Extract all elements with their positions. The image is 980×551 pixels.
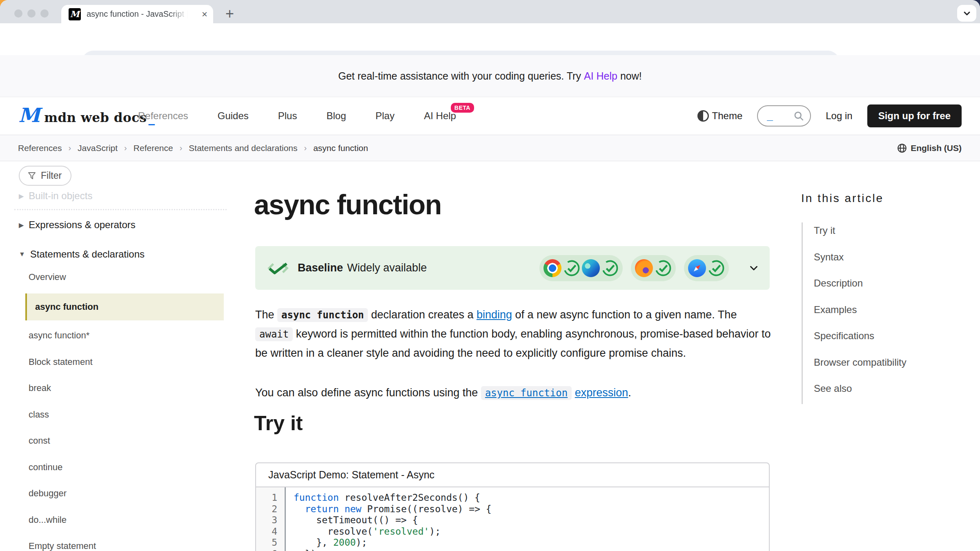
sidebar-item-empty-statement[interactable]: Empty statement [29, 540, 96, 551]
tryit-heading: Try it [254, 411, 303, 435]
nav-item-guides[interactable]: Guides [218, 110, 249, 122]
article-paragraph: The async function declaration creates a… [255, 305, 773, 362]
sidebar-section-statements[interactable]: ▼ Statements & declarations [19, 249, 145, 260]
sidebar-item-block-statement[interactable]: Block statement [29, 356, 96, 367]
promo-text-suffix: now! [620, 70, 642, 82]
check-icon [655, 260, 672, 277]
paragraph-text: of a new async function to a given name.… [512, 309, 737, 321]
toc-item-see-also[interactable]: See also [814, 383, 906, 394]
breadcrumb-item-statements-and-declarations[interactable]: Statements and declarations [189, 143, 297, 153]
chromium-support-pill [539, 255, 623, 281]
demo-code-editor[interactable]: 1function resolveAfter2Seconds() {2 retu… [256, 487, 769, 551]
mdn-logo[interactable]: M mdn web docs _ [18, 105, 155, 125]
window-zoom-button[interactable] [40, 9, 49, 18]
nav-item-references[interactable]: References [138, 110, 188, 122]
ai-help-banner-link[interactable]: AI Help [584, 70, 617, 82]
sidebar-item-overview[interactable]: Overview [29, 272, 66, 282]
sidebar-section-label: Expressions & operators [29, 219, 135, 231]
promo-banner: Get real-time assistance with your codin… [0, 55, 980, 97]
search-input[interactable]: _ [757, 105, 811, 127]
new-tab-button[interactable]: + [225, 5, 234, 22]
toc-item-description[interactable]: Description [814, 278, 906, 289]
paragraph-text: declaration creates a [368, 309, 477, 321]
sidebar-section-label: Built-in objects [29, 190, 92, 202]
browser-tab[interactable]: M async function - JavaScript | × [61, 5, 213, 23]
baseline-icon [267, 262, 289, 274]
window-close-button[interactable] [14, 9, 22, 18]
header-nav: ReferencesGuidesPlusBlogPlayAI HelpBETA [138, 97, 456, 135]
breadcrumb-separator: › [68, 143, 71, 153]
browser-toolbar: ← → developer.allizom.org/en-US/docs/Web… [0, 23, 980, 55]
nav-item-blog[interactable]: Blog [326, 110, 346, 122]
toc-item-specifications[interactable]: Specifications [814, 330, 906, 341]
breadcrumb-item-async-function[interactable]: async function [313, 143, 368, 153]
theme-switcher[interactable]: Theme [697, 110, 743, 122]
sidebar-divider [14, 209, 227, 210]
globe-icon [897, 143, 907, 153]
nav-item-ai-help[interactable]: AI HelpBETA [424, 110, 456, 122]
code-token: }); [294, 549, 322, 551]
nav-item-play[interactable]: Play [376, 110, 395, 122]
demo-title: JavaScript Demo: Statement - Async [256, 463, 769, 487]
code-link-async-function[interactable]: async function [481, 387, 572, 399]
theme-label: Theme [712, 110, 743, 122]
firefox-support-pill [631, 255, 676, 281]
sidebar-section-label: Statements & declarations [30, 249, 145, 260]
sidebar-item-debugger[interactable]: debugger [29, 488, 96, 499]
toc-item-examples[interactable]: Examples [814, 304, 906, 315]
safari-icon [688, 259, 706, 277]
tab-search-button[interactable] [957, 5, 976, 22]
code-content: }, 2000); [285, 537, 367, 549]
signup-button[interactable]: Sign up for free [867, 104, 962, 127]
expanded-triangle-icon: ▼ [19, 251, 25, 258]
mdn-logo-text: mdn web docs [44, 110, 147, 125]
interactive-demo: JavaScript Demo: Statement - Async 1func… [255, 462, 770, 551]
check-icon [708, 260, 725, 277]
sidebar-section-expressions[interactable]: ▶ Expressions & operators [19, 219, 136, 231]
text-link-binding[interactable]: binding [477, 309, 512, 321]
sidebar-item-async-function[interactable]: async function* [29, 330, 96, 341]
sidebar-item-continue[interactable]: continue [29, 462, 96, 473]
check-icon [563, 260, 580, 277]
sidebar-item-const[interactable]: const [29, 435, 96, 446]
sidebar-item-do-while[interactable]: do...while [29, 514, 96, 525]
window-minimize-button[interactable] [27, 9, 36, 18]
breadcrumb-item-javascript[interactable]: JavaScript [78, 143, 118, 153]
code-line: 2 return new Promise((resolve) => { [256, 504, 769, 515]
search-icon [793, 111, 804, 122]
toc-title: In this article [801, 192, 884, 205]
breadcrumb-item-reference[interactable]: Reference [134, 143, 173, 153]
login-link[interactable]: Log in [826, 110, 852, 122]
line-number: 5 [256, 537, 285, 549]
beta-badge: BETA [451, 103, 474, 113]
breadcrumb-bar: References›JavaScript›Reference›Statemen… [0, 135, 980, 161]
code-content: function resolveAfter2Seconds() { [285, 492, 480, 504]
chrome-icon [543, 259, 561, 277]
sidebar-item-class[interactable]: class [29, 409, 96, 420]
baseline-expand-chevron-icon[interactable] [748, 262, 760, 274]
sidebar-section-builtin-objects[interactable]: ▶ Built-in objects [19, 190, 92, 202]
toc-item-syntax[interactable]: Syntax [814, 251, 906, 262]
code-token: }, [294, 537, 333, 548]
check-icon [601, 260, 619, 277]
code-token [339, 504, 345, 514]
sidebar-filter-button[interactable]: Filter [19, 166, 71, 186]
header-actions: Theme _ Log in Sign up for free [697, 97, 962, 135]
toc-item-try-it[interactable]: Try it [814, 225, 906, 236]
sidebar-item-break[interactable]: break [29, 382, 96, 393]
search-cursor: _ [767, 110, 773, 122]
text-link-expression[interactable]: expression [575, 387, 628, 399]
line-number: 1 [256, 492, 285, 504]
nav-item-plus[interactable]: Plus [278, 110, 297, 122]
breadcrumb-separator: › [180, 143, 183, 153]
filter-label: Filter [41, 170, 62, 181]
sidebar-item-async-function-selected[interactable]: async function [25, 293, 224, 320]
locale-switcher[interactable]: English (US) [897, 135, 962, 161]
code-line: 4 resolve('resolved'); [256, 526, 769, 538]
code-lines: 1function resolveAfter2Seconds() {2 retu… [256, 492, 769, 551]
filter-funnel-icon [27, 171, 37, 181]
line-number: 3 [256, 515, 285, 526]
breadcrumb-item-references[interactable]: References [18, 143, 62, 153]
tab-close-icon[interactable]: × [202, 9, 207, 19]
toc-item-browser-compatibility[interactable]: Browser compatibility [814, 357, 906, 368]
